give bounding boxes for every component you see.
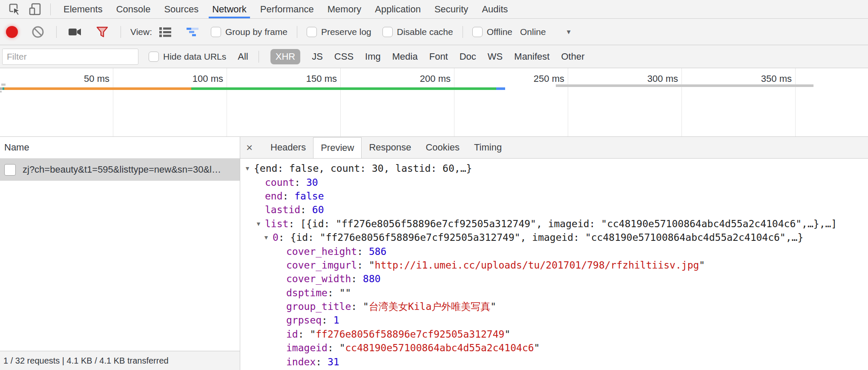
tree-segment: " (369, 260, 375, 271)
tree-segment: {end: false, count: 30, lastid: 60,…} (254, 163, 472, 174)
expand-caret-icon[interactable]: ▼ (256, 220, 265, 227)
tree-segment: false (294, 191, 324, 202)
view-list-icon[interactable] (156, 25, 174, 39)
record-button[interactable] (6, 26, 18, 38)
timeline-tick-label: 350 ms (761, 73, 792, 84)
timeline-overview[interactable]: 50 ms100 ms150 ms200 ms250 ms300 ms350 m… (0, 68, 868, 137)
expand-caret-icon[interactable]: ▼ (263, 234, 273, 241)
tree-segment: 880 (363, 273, 381, 284)
tab-elements[interactable]: Elements (57, 0, 109, 18)
close-icon[interactable]: × (246, 141, 263, 154)
tree-row[interactable]: grpseq: 1 (240, 313, 868, 327)
filter-type-other[interactable]: Other (561, 51, 584, 62)
details-tab-cookies[interactable]: Cookies (418, 137, 466, 158)
overview-bar (556, 84, 813, 87)
tree-segment: : (357, 260, 369, 271)
hide-data-urls-checkbox[interactable] (149, 52, 159, 62)
tab-sources[interactable]: Sources (157, 0, 205, 18)
expand-caret-icon[interactable]: ▼ (244, 165, 254, 172)
device-toolbar-icon[interactable] (26, 2, 44, 17)
tab-network[interactable]: Network (205, 0, 253, 18)
disable-cache-label: Disable cache (397, 27, 453, 37)
preserve-log-checkbox[interactable] (307, 27, 317, 37)
throttling-select[interactable]: Online (520, 27, 546, 37)
filter-input[interactable] (2, 49, 138, 65)
filter-type-font[interactable]: Font (429, 51, 448, 62)
filter-type-manifest[interactable]: Manifest (514, 51, 549, 62)
filter-type-xhr[interactable]: XHR (270, 49, 300, 64)
filter-type-img[interactable]: Img (365, 51, 381, 62)
tree-segment: id (286, 329, 298, 340)
timeline-tick-label: 150 ms (306, 73, 337, 84)
tree-row[interactable]: ▼0: {id: "ff276e8056f58896e7cf92505a3127… (240, 231, 868, 244)
tree-row[interactable]: ▼list: [{id: "ff276e8056f58896e7cf92505a… (240, 217, 868, 231)
tree-segment: end (265, 191, 283, 202)
group-by-frame-label: Group by frame (225, 27, 287, 37)
tree-segment: cover_height (286, 246, 357, 257)
name-column-header[interactable]: Name (0, 137, 240, 159)
throttling-caret-icon[interactable]: ▼ (566, 28, 572, 35)
requests-summary: 1 / 32 requests | 4.1 KB / 4.1 KB transf… (3, 356, 169, 366)
tree-row[interactable]: id: "ff276e8056f58896e7cf92505a312749" (240, 327, 868, 341)
details-tab-headers[interactable]: Headers (263, 137, 313, 158)
request-row-checkbox[interactable] (4, 164, 16, 176)
tree-segment: grpseq (286, 315, 322, 326)
tree-row[interactable]: cover_width: 880 (240, 272, 868, 286)
filter-type-media[interactable]: Media (392, 51, 418, 62)
filter-type-doc[interactable]: Doc (460, 51, 476, 62)
tree-row[interactable]: group_title: "台湾美女Kila户外唯美写真" (240, 300, 868, 313)
toolbar-divider (121, 26, 121, 38)
overview-bar (1, 84, 6, 86)
tab-performance[interactable]: Performance (253, 0, 321, 18)
tree-row[interactable]: index: 31 (240, 355, 868, 368)
tree-row[interactable]: end: false (240, 189, 868, 203)
filter-type-ws[interactable]: WS (488, 51, 503, 62)
tab-security[interactable]: Security (428, 0, 475, 18)
tree-row[interactable]: cover_height: 586 (240, 244, 868, 258)
requests-empty-area (0, 181, 240, 351)
request-name: zj?ch=beauty&t1=595&listtype=new&sn=30&l… (23, 164, 221, 175)
timeline-tick-label: 200 ms (420, 73, 451, 84)
details-tab-response[interactable]: Response (362, 137, 418, 158)
tree-segment: 0 (273, 232, 279, 243)
details-tab-timing[interactable]: Timing (467, 137, 509, 158)
request-row[interactable]: zj?ch=beauty&t1=595&listtype=new&sn=30&l… (0, 159, 240, 181)
tab-console[interactable]: Console (109, 0, 158, 18)
tree-row[interactable]: dsptime: "" (240, 286, 868, 300)
tree-segment: : (300, 204, 312, 215)
preview-tree: ▼{end: false, count: 30, lastid: 60,…}co… (240, 159, 868, 370)
tree-segment: group_title (286, 301, 351, 312)
timeline-tick-label: 300 ms (647, 73, 678, 84)
filter-type-js[interactable]: JS (312, 51, 323, 62)
tree-segment: " (363, 301, 369, 312)
details-tab-preview[interactable]: Preview (313, 137, 362, 159)
inspect-element-icon[interactable] (6, 2, 24, 17)
tab-memory[interactable]: Memory (321, 0, 368, 18)
filter-funnel-icon[interactable] (93, 25, 111, 39)
tree-row[interactable]: ▼{end: false, count: 30, lastid: 60,…} (240, 162, 868, 175)
tree-row[interactable]: imageid: "cc48190e57100864abc4d55a2c4104… (240, 341, 868, 355)
group-by-frame-checkbox[interactable] (211, 27, 221, 37)
disable-cache-checkbox[interactable] (382, 27, 393, 37)
overview-bar (191, 87, 496, 90)
tree-segment: 30 (306, 177, 318, 188)
timeline-tick-label: 50 ms (84, 73, 109, 84)
tree-row[interactable]: lastid: 60 (240, 203, 868, 217)
tree-row[interactable]: cover_imgurl: "http://i1.umei.cc/uploads… (240, 258, 868, 272)
screenshot-camera-icon[interactable] (66, 25, 84, 39)
filter-type-css[interactable]: CSS (334, 51, 354, 62)
tab-audits[interactable]: Audits (475, 0, 514, 18)
tree-segment: ff276e8056f58896e7cf92505a312749 (316, 329, 504, 340)
network-toolbar: View: Group by frame Preserve log Disabl… (0, 19, 868, 45)
tabbar-divider (50, 3, 51, 15)
timeline-gridline (681, 68, 682, 136)
offline-checkbox[interactable] (472, 27, 483, 37)
tree-row[interactable]: count: 30 (240, 175, 868, 189)
clear-icon[interactable] (29, 25, 47, 39)
tree-segment: " (699, 260, 705, 271)
overview-bar (0, 91, 2, 92)
view-waterfall-icon[interactable] (184, 25, 201, 39)
view-label: View: (130, 27, 152, 37)
filter-type-all[interactable]: All (238, 51, 248, 62)
tab-application[interactable]: Application (368, 0, 428, 18)
